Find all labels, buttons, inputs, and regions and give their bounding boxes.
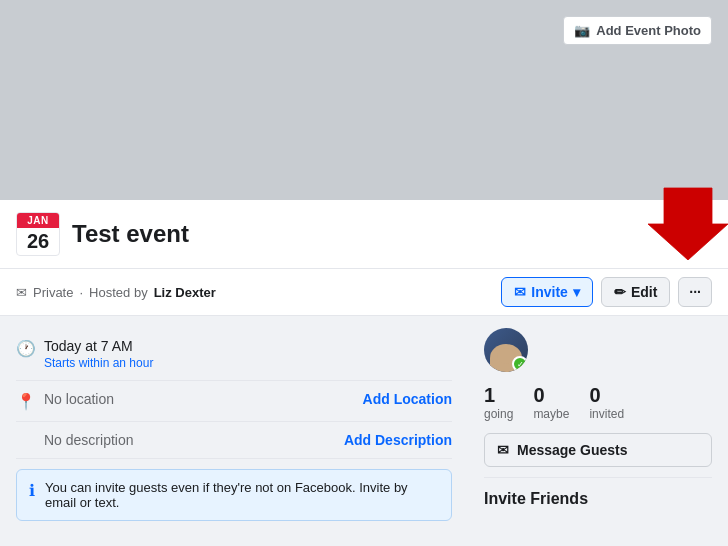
message-guests-label: Message Guests [517, 442, 628, 458]
maybe-count: 0 [533, 384, 569, 407]
location-content: No location [44, 391, 363, 407]
action-buttons: ✉ Invite ▾ ✏ Edit ··· [501, 277, 712, 307]
no-description-label: No description [44, 432, 134, 448]
time-secondary: Starts within an hour [44, 356, 452, 370]
hosted-by-prefix: Hosted by [89, 285, 148, 300]
privacy-label: Private [33, 285, 73, 300]
add-event-photo-label: Add Event Photo [596, 23, 701, 38]
maybe-stat: 0 maybe [533, 384, 569, 421]
cover-photo: 📷 Add Event Photo [0, 0, 728, 200]
invited-label: invited [589, 407, 624, 421]
clock-icon: 🕐 [16, 339, 44, 358]
meta-separator: · [79, 285, 83, 300]
info-icon: ℹ [29, 481, 35, 500]
event-meta-info: ✉ Private · Hosted by Liz Dexter [16, 285, 216, 300]
no-location-label: No location [44, 391, 114, 407]
content-area: 🕐 Today at 7 AM Starts within an hour 📍 … [0, 316, 728, 521]
event-title-row: JAN 26 Test event [0, 200, 728, 269]
edit-button[interactable]: ✏ Edit [601, 277, 670, 307]
message-guests-button[interactable]: ✉ Message Guests [484, 433, 712, 467]
add-event-photo-button[interactable]: 📷 Add Event Photo [563, 16, 712, 45]
envelope-icon: ✉ [16, 285, 27, 300]
date-day: 26 [17, 228, 59, 255]
more-options-button[interactable]: ··· [678, 277, 712, 307]
info-box-text: You can invite guests even if they're no… [45, 480, 439, 510]
description-row: No description Add Description [16, 422, 452, 459]
invite-chevron-icon: ▾ [573, 284, 580, 300]
description-content: No description [44, 432, 344, 448]
time-content: Today at 7 AM Starts within an hour [44, 338, 452, 370]
camera-icon: 📷 [574, 23, 590, 38]
going-count: 1 [484, 384, 513, 407]
going-checkmark: ✓ [512, 356, 528, 372]
maybe-label: maybe [533, 407, 569, 421]
time-row: 🕐 Today at 7 AM Starts within an hour [16, 328, 452, 381]
right-panel: ✓ 1 going 0 maybe 0 invited [468, 328, 728, 521]
invited-count: 0 [589, 384, 624, 407]
more-icon: ··· [689, 284, 701, 300]
event-title: Test event [72, 220, 712, 248]
invite-label: Invite [531, 284, 568, 300]
add-location-button[interactable]: Add Location [363, 391, 452, 407]
invite-button[interactable]: ✉ Invite ▾ [501, 277, 593, 307]
going-stat: 1 going [484, 384, 513, 421]
stats-row: 1 going 0 maybe 0 invited [484, 384, 712, 421]
invite-info-box: ℹ You can invite guests even if they're … [16, 469, 452, 521]
host-name[interactable]: Liz Dexter [154, 285, 216, 300]
invite-icon: ✉ [514, 284, 526, 300]
page-wrapper: 📷 Add Event Photo JAN 26 Test event ✉ Pr… [0, 0, 728, 521]
left-panel: 🕐 Today at 7 AM Starts within an hour 📍 … [0, 328, 468, 521]
invite-friends-header: Invite Friends [484, 477, 712, 508]
avatar: ✓ [484, 328, 528, 372]
avatar-row: ✓ [484, 328, 712, 372]
add-description-button[interactable]: Add Description [344, 432, 452, 448]
location-row: 📍 No location Add Location [16, 381, 452, 422]
location-icon: 📍 [16, 392, 44, 411]
message-icon: ✉ [497, 442, 509, 458]
meta-row: ✉ Private · Hosted by Liz Dexter ✉ Invit… [0, 269, 728, 316]
pencil-icon: ✏ [614, 284, 626, 300]
date-badge: JAN 26 [16, 212, 60, 256]
time-primary: Today at 7 AM [44, 338, 452, 354]
invited-stat: 0 invited [589, 384, 624, 421]
edit-label: Edit [631, 284, 657, 300]
svg-marker-0 [648, 188, 728, 260]
going-label: going [484, 407, 513, 421]
date-month: JAN [17, 213, 59, 228]
